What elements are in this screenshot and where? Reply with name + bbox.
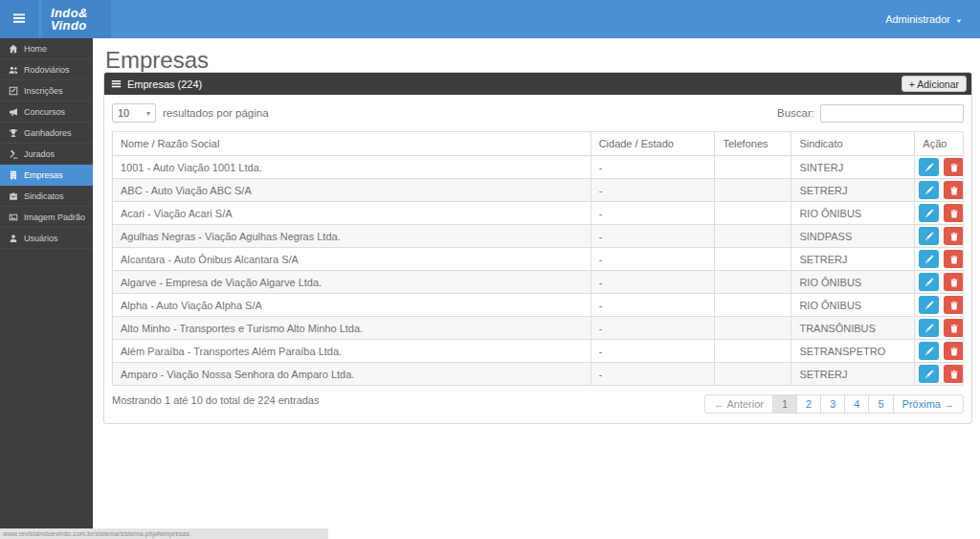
delete-button[interactable] [944, 227, 963, 245]
pencil-icon [924, 163, 934, 172]
pagination: ← Anterior 1 2 3 4 5 Próxima → [704, 394, 964, 414]
cell-sindicato: RIO ÔNIBUS [791, 294, 915, 317]
panel-header: Empresas (224) + Adicionar [104, 73, 971, 95]
edit-button[interactable] [919, 342, 939, 360]
sidebar-item-ganhadores[interactable]: Ganhadores [0, 123, 93, 144]
cell-cidade-estado: - [590, 294, 715, 317]
pagination-page-button-5[interactable]: 5 [868, 394, 893, 414]
sidebar-item-label: Usuários [24, 234, 58, 243]
cell-cidade-estado: - [590, 225, 715, 248]
sidebar-item-inscricoes[interactable]: Inscrições [0, 80, 93, 101]
sidebar-item-label: Imagem Padrão [24, 213, 85, 222]
cell-acao [915, 294, 964, 317]
cell-nome: Alto Minho - Transportes e Turismo Alto … [113, 317, 591, 340]
delete-button[interactable] [944, 342, 963, 360]
search-input[interactable] [820, 104, 964, 123]
main-content: Empresas Empresas (224) + Adicionar 10 ▾… [93, 38, 980, 539]
cell-acao [915, 179, 964, 202]
cell-acao [915, 248, 964, 271]
column-header-nome: Nome / Razão Social [113, 132, 591, 156]
user-menu-label: Administrador [885, 13, 950, 25]
cell-acao [915, 271, 964, 294]
delete-button[interactable] [944, 158, 963, 176]
delete-button[interactable] [944, 250, 963, 268]
showing-entries-text: Mostrando 1 até 10 do total de 224 entra… [112, 394, 320, 406]
delete-button[interactable] [944, 273, 963, 291]
pagination-page-button-3[interactable]: 3 [820, 394, 845, 414]
empresas-panel: Empresas (224) + Adicionar 10 ▾ resultad… [103, 72, 972, 424]
edit-button[interactable] [919, 250, 939, 268]
edit-button[interactable] [919, 158, 939, 176]
sidebar-item-label: Sindicatos [24, 191, 64, 201]
cell-cidade-estado: - [590, 156, 715, 179]
trash-icon [949, 278, 959, 287]
sidebar-item-usuarios[interactable]: Usuários [0, 228, 93, 249]
users-icon [8, 65, 18, 75]
user-menu-button[interactable]: Administrador [880, 0, 969, 38]
delete-button[interactable] [944, 204, 963, 222]
table-row: Alpha - Auto Viação Alpha S/A - RIO ÔNIB… [113, 294, 964, 317]
trash-icon [949, 209, 959, 218]
sidebar-item-sindicatos[interactable]: Sindicatos [0, 186, 93, 207]
sidebar-item-home[interactable]: Home [0, 38, 93, 59]
sidebar-item-empresas[interactable]: Empresas [0, 165, 93, 186]
sidebar-item-label: Ganhadores [24, 128, 72, 138]
cell-sindicato: RIO ÔNIBUS [791, 202, 915, 225]
column-header-acao: Ação [915, 132, 964, 156]
cell-telefones [715, 294, 791, 317]
sidebar-item-jurados[interactable]: Jurados [0, 144, 93, 165]
pagination-prev-button[interactable]: ← Anterior [704, 394, 773, 414]
column-header-sindicato: Sindicato [791, 132, 915, 156]
cell-telefones [715, 202, 791, 225]
delete-button[interactable] [944, 319, 963, 337]
edit-button[interactable] [919, 181, 939, 199]
list-icon [111, 79, 122, 89]
page-title: Empresas [105, 47, 980, 74]
trash-icon [949, 163, 959, 172]
delete-button[interactable] [944, 181, 963, 199]
pencil-icon [924, 278, 934, 287]
trash-icon [949, 232, 959, 241]
sidebar-item-imagem-padrao[interactable]: Imagem Padrão [0, 207, 93, 228]
cell-telefones [715, 225, 791, 248]
cell-nome: Amparo - Viação Nossa Senhora do Amparo … [113, 363, 591, 386]
cell-sindicato: SETRERJ [791, 248, 915, 271]
sidebar-item-rodoviarios[interactable]: Rodoviários [0, 59, 93, 80]
page-size-select[interactable]: 10 ▾ [112, 103, 156, 123]
cell-acao [915, 202, 964, 225]
cell-acao [915, 225, 964, 248]
delete-button[interactable] [944, 365, 963, 383]
edit-button[interactable] [919, 273, 939, 291]
cell-sindicato: RIO ÔNIBUS [791, 271, 915, 294]
edit-button[interactable] [919, 365, 939, 383]
browser-status-bar: www.revistaindoevindo.com.br/sistema/sis… [0, 528, 328, 539]
sidebar-item-label: Inscrições [24, 86, 63, 96]
app-logo[interactable]: Indo& Vindo [42, 0, 111, 38]
pencil-icon [924, 232, 934, 241]
cell-acao [915, 340, 964, 363]
edit-button[interactable] [919, 319, 939, 337]
pagination-next-button[interactable]: Próxima → [893, 394, 964, 414]
table-row: ABC - Auto Viação ABC S/A - SETRERJ [113, 179, 964, 202]
add-button[interactable]: + Adicionar [902, 76, 967, 92]
sidebar-toggle-button[interactable] [0, 0, 38, 38]
pagination-page-button-4[interactable]: 4 [844, 394, 869, 414]
cell-telefones [715, 317, 791, 340]
edit-button[interactable] [919, 296, 939, 314]
delete-button[interactable] [944, 296, 963, 314]
table-row: 1001 - Auto Viação 1001 Ltda. - SINTERJ [113, 156, 964, 179]
sidebar-item-label: Rodoviários [24, 65, 70, 75]
pagination-page-button-1[interactable]: 1 [772, 394, 797, 414]
cell-cidade-estado: - [590, 248, 715, 271]
edit-button[interactable] [919, 227, 939, 245]
pagination-page-button-2[interactable]: 2 [796, 394, 821, 414]
sidebar-item-concursos[interactable]: Concursos [0, 101, 93, 123]
table-row: Amparo - Viação Nossa Senhora do Amparo … [113, 363, 964, 386]
trash-icon [949, 324, 959, 333]
table-row: Agulhas Negras - Viação Agulhas Negras L… [113, 225, 964, 248]
trash-icon [949, 301, 959, 310]
cell-nome: ABC - Auto Viação ABC S/A [113, 179, 591, 202]
panel-title: Empresas (224) [127, 79, 202, 90]
edit-button[interactable] [919, 204, 939, 222]
table-footer: Mostrando 1 até 10 do total de 224 entra… [112, 394, 964, 414]
